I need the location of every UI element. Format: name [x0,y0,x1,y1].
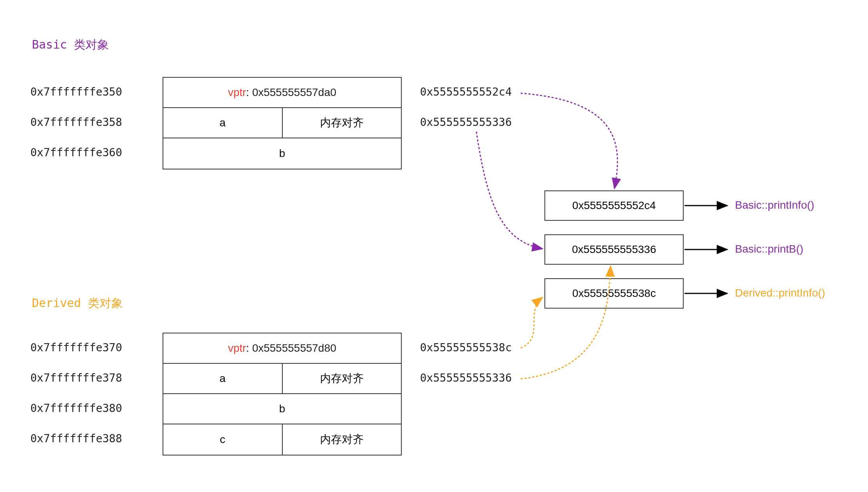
derived-object-table: vptr: 0x555555557d80 a 内存对齐 b c 内存对齐 [163,333,402,455]
arrow-basic-vt0 [521,93,618,188]
derived-padding-2: 内存对齐 [283,424,401,455]
derived-row-c: c 内存对齐 [163,424,401,455]
arrow-derived-vt0 [521,297,542,348]
derived-vptr-label: vptr [228,342,246,354]
basic-field-a: a [163,108,283,138]
derived-addr-3: 0x7fffffffe388 [30,432,122,445]
basic-vptr-label: vptr [228,86,246,99]
basic-addr-1: 0x7fffffffe358 [30,116,122,129]
derived-row-a: a 内存对齐 [163,364,401,394]
derived-vtable-entry-1: 0x555555555336 [420,372,512,384]
derived-vtable-entry-0: 0x55555555538c [420,341,512,354]
basic-padding: 内存对齐 [283,108,401,138]
basic-object-table: vptr: 0x555555557da0 a 内存对齐 b [163,77,402,169]
derived-addr-0: 0x7fffffffe370 [30,341,122,354]
basic-addr-0: 0x7fffffffe350 [30,85,122,98]
derived-field-a: a [163,364,283,393]
func-label-0: Basic::printInfo() [735,199,814,211]
func-label-2: Derived::printInfo() [735,287,825,299]
derived-addr-1: 0x7fffffffe378 [30,372,122,384]
derived-vptr-row: vptr: 0x555555557d80 [163,333,401,364]
basic-vtable-entry-0: 0x5555555552c4 [420,85,512,98]
basic-vptr-value: 0x555555557da0 [252,86,336,99]
basic-vptr-row: vptr: 0x555555557da0 [163,78,401,108]
derived-row-b: b [163,394,401,424]
func-box-1: 0x555555555336 [544,234,684,265]
func-box-0: 0x5555555552c4 [544,190,684,221]
basic-row-a: a 内存对齐 [163,108,401,138]
basic-row-b: b [163,138,401,169]
basic-addr-2: 0x7fffffffe360 [30,146,122,159]
derived-title: Derived 类对象 [32,295,123,311]
derived-addr-2: 0x7fffffffe380 [30,402,122,415]
derived-padding: 内存对齐 [283,364,401,393]
derived-vptr-value: 0x555555557d80 [252,342,336,354]
derived-field-c: c [163,424,283,455]
basic-vtable-entry-1: 0x555555555336 [420,116,512,129]
arrow-basic-vt1 [476,132,542,249]
func-box-2: 0x55555555538c [544,278,684,309]
basic-title: Basic 类对象 [32,37,109,53]
func-label-1: Basic::printB() [735,243,803,255]
